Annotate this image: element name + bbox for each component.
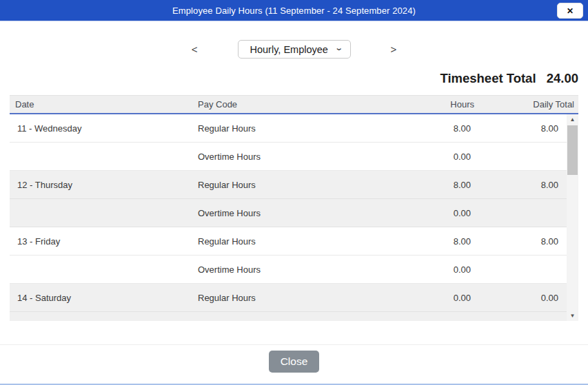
employee-daily-hours-modal: Employee Daily Hours (11 September - 24 … <box>0 0 588 385</box>
table-row: 13 - Friday Regular Hours 8.00 8.00 <box>10 227 567 256</box>
table-scrollbar[interactable]: ▲ ▼ <box>567 114 578 321</box>
hours-cell: 0.00 <box>381 152 474 162</box>
scroll-up-button[interactable]: ▲ <box>567 114 578 125</box>
pay-code-cell: Regular Hours <box>198 180 381 190</box>
table-row: 14 - Saturday Regular Hours 0.00 0.00 <box>10 284 567 312</box>
hours-cell: 8.00 <box>381 236 474 247</box>
scroll-up-icon: ▲ <box>570 116 576 123</box>
hours-cell: 0.00 <box>381 293 474 303</box>
date-cell: 12 - Thursday <box>10 180 198 190</box>
modal-title: Employee Daily Hours (11 September - 24 … <box>172 6 416 16</box>
table-body: 11 - Wednesday Regular Hours 8.00 8.00 O… <box>10 114 578 321</box>
table-row: Overtime Hours 0.00 <box>10 256 567 284</box>
pay-code-cell: Regular Hours <box>198 123 381 134</box>
pay-code-cell: Overtime Hours <box>198 208 381 218</box>
date-cell: 14 - Saturday <box>10 293 198 303</box>
scroll-down-icon: ▼ <box>570 313 576 319</box>
modal-titlebar: Employee Daily Hours (11 September - 24 … <box>0 0 588 21</box>
daily-total-cell: 0.00 <box>474 293 567 303</box>
pay-code-cell: Overtime Hours <box>198 152 381 162</box>
period-nav: < Hourly, Employee ⌄ > <box>0 40 588 59</box>
scrollbar-thumb[interactable] <box>567 125 578 175</box>
pay-code-cell: Regular Hours <box>198 236 381 247</box>
daily-total-cell: 8.00 <box>474 123 567 134</box>
col-header-hours: Hours <box>381 99 474 110</box>
scroll-down-button[interactable]: ▼ <box>567 311 578 321</box>
table-row: Overtime Hours 0.00 <box>10 143 567 171</box>
col-header-date: Date <box>10 99 198 110</box>
hours-cell: 0.00 <box>381 208 474 218</box>
close-button[interactable]: ✕ <box>557 3 583 19</box>
period-select[interactable]: Hourly, Employee ⌄ <box>238 40 351 59</box>
col-header-pay-code: Pay Code <box>198 99 381 110</box>
timesheet-total-label: Timesheet Total <box>440 71 536 85</box>
chevron-down-icon: ⌄ <box>334 43 343 52</box>
date-cell: 11 - Wednesday <box>10 123 198 134</box>
hours-table: Date Pay Code Hours Daily Total 11 - Wed… <box>10 95 578 321</box>
table-row: Overtime Hours 0.00 <box>10 199 567 227</box>
daily-total-cell: 8.00 <box>474 236 567 247</box>
daily-total-cell: 8.00 <box>474 180 567 190</box>
pay-code-cell: Overtime Hours <box>198 264 381 275</box>
period-select-value: Hourly, Employee <box>250 44 328 55</box>
pay-code-cell: Regular Hours <box>198 293 381 303</box>
timesheet-total-value: 24.00 <box>547 71 578 85</box>
close-icon: ✕ <box>567 6 574 16</box>
table-row: 12 - Thursday Regular Hours 8.00 8.00 <box>10 171 567 199</box>
col-header-daily-total: Daily Total <box>474 99 578 110</box>
timesheet-total: Timesheet Total 24.00 <box>0 71 578 86</box>
date-cell: 13 - Friday <box>10 236 198 247</box>
prev-period-button[interactable]: < <box>192 44 198 54</box>
hours-cell: 8.00 <box>381 123 474 134</box>
next-period-button[interactable]: > <box>391 44 397 54</box>
table-row <box>10 312 567 321</box>
close-footer-button[interactable]: Close <box>269 351 320 373</box>
table-header: Date Pay Code Hours Daily Total <box>10 95 578 114</box>
hours-cell: 0.00 <box>381 264 474 275</box>
hours-cell: 8.00 <box>381 180 474 190</box>
table-row: 11 - Wednesday Regular Hours 8.00 8.00 <box>10 114 567 143</box>
modal-footer: Close <box>0 344 588 373</box>
